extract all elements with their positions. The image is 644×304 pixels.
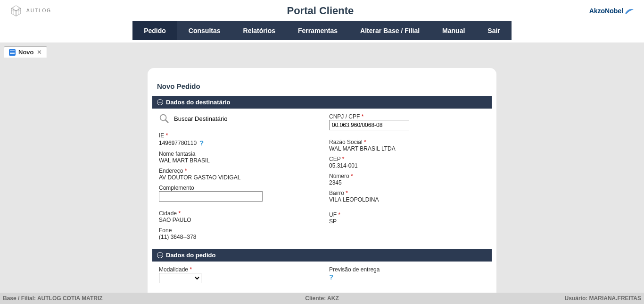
menubar-wrap: Pedido Consultas Relatórios Ferramentas …	[0, 21, 644, 42]
cnpj-label: CNPJ / CPF	[329, 113, 360, 120]
numero-label: Número	[329, 173, 349, 179]
logo-right-text: AkzoNobel	[589, 7, 623, 15]
tabstrip: Novo ✕	[0, 42, 644, 58]
ie-label: IE	[159, 132, 164, 139]
menu-consultas[interactable]: Consultas	[177, 21, 232, 40]
section-body-destinatario: Buscar Destinatário IE * 149697780110 ? …	[152, 109, 492, 249]
status-base: Base / Filial: AUTLOG COTIA MATRIZ	[3, 295, 103, 302]
collapse-icon[interactable]	[157, 252, 163, 258]
collapse-icon[interactable]	[157, 99, 163, 105]
menu-manual[interactable]: Manual	[431, 21, 476, 40]
tab-close-icon[interactable]: ✕	[37, 49, 42, 56]
menu-ferramentas[interactable]: Ferramentas	[287, 21, 349, 40]
menu-pedido[interactable]: Pedido	[132, 21, 177, 40]
complemento-label: Complemento	[159, 185, 315, 191]
panel-title: Novo Pedido	[157, 82, 492, 90]
tab-label: Novo	[18, 49, 34, 56]
cep-value: 05.314-001	[329, 162, 485, 169]
cube-icon	[9, 4, 23, 17]
svg-line-7	[165, 120, 168, 123]
search-label: Buscar Destinatário	[174, 115, 227, 122]
cidade-label: Cidade	[159, 210, 177, 217]
status-usuario: Usuário: MARIANA.FREITAS	[565, 295, 641, 302]
section-title-pedido: Dados do pedido	[166, 252, 215, 259]
required-marker: *	[342, 156, 345, 162]
search-icon[interactable]	[159, 113, 169, 124]
bairro-value: VILA LEOPOLDINA	[329, 196, 485, 203]
section-header-destinatario[interactable]: Dados do destinatário	[152, 96, 492, 109]
workspace[interactable]: Novo Pedido Dados do destinatário Buscar…	[0, 62, 644, 293]
uf-label: UF	[329, 211, 337, 218]
menubar: Pedido Consultas Relatórios Ferramentas …	[132, 21, 512, 40]
help-icon[interactable]: ?	[329, 273, 333, 281]
uf-value: SP	[329, 218, 485, 225]
required-marker: *	[346, 190, 348, 196]
form-icon	[9, 49, 16, 56]
status-cliente: Cliente: AKZ	[305, 295, 339, 302]
ie-value: 149697780110	[159, 140, 197, 146]
bairro-label: Bairro	[329, 190, 344, 196]
topbar: AUTLOG Portal Cliente AkzoNobel	[0, 0, 644, 21]
fone-value: (11) 3648--378	[159, 234, 315, 240]
panel-novo-pedido: Novo Pedido Dados do destinatário Buscar…	[148, 68, 496, 293]
razao-label: Razão Social	[329, 139, 363, 145]
statusbar: Base / Filial: AUTLOG COTIA MATRIZ Clien…	[0, 293, 644, 304]
required-marker: *	[362, 113, 364, 120]
endereco-value: AV DOUTOR GASTAO VIDIGAL	[159, 174, 315, 181]
menu-sair[interactable]: Sair	[476, 21, 511, 40]
section-title-destinatario: Dados do destinatário	[166, 99, 231, 106]
fantasia-label: Nome fantasia	[159, 151, 315, 157]
fone-label: Fone	[159, 227, 315, 234]
endereco-label: Endereço	[159, 168, 183, 174]
required-marker: *	[178, 210, 181, 217]
required-marker: *	[190, 266, 192, 273]
svg-marker-0	[11, 5, 21, 10]
cnpj-input[interactable]	[329, 120, 409, 130]
modalidade-select[interactable]	[159, 273, 201, 283]
required-marker: *	[351, 173, 353, 179]
section-header-pedido[interactable]: Dados do pedido	[152, 249, 492, 262]
help-icon[interactable]: ?	[199, 139, 204, 147]
tab-novo[interactable]: Novo ✕	[4, 46, 47, 58]
cidade-value: SAO PAULO	[159, 217, 315, 223]
akzonobel-icon	[624, 7, 635, 15]
menu-alterar-base[interactable]: Alterar Base / Filial	[349, 21, 431, 40]
page-title: Portal Cliente	[51, 5, 589, 17]
required-marker: *	[364, 139, 366, 145]
complemento-input[interactable]	[159, 191, 263, 202]
razao-value: WAL MART BRASIL LTDA	[329, 145, 485, 152]
fantasia-value: WAL MART BRASIL	[159, 157, 315, 164]
logo-left-text: AUTLOG	[26, 8, 51, 13]
required-marker: *	[338, 211, 340, 218]
menu-relatorios[interactable]: Relatórios	[232, 21, 287, 40]
logo-akzonobel: AkzoNobel	[589, 7, 635, 15]
previsao-label: Previsão de entrega	[329, 266, 485, 273]
logo-autlog: AUTLOG	[9, 4, 51, 17]
section-body-pedido: Modalidade * Previsão de entrega ?	[152, 262, 492, 292]
modalidade-label: Modalidade	[159, 266, 188, 273]
numero-value: 2345	[329, 179, 485, 186]
cep-label: CEP	[329, 156, 340, 162]
required-marker: *	[185, 168, 187, 174]
required-marker: *	[166, 132, 168, 139]
